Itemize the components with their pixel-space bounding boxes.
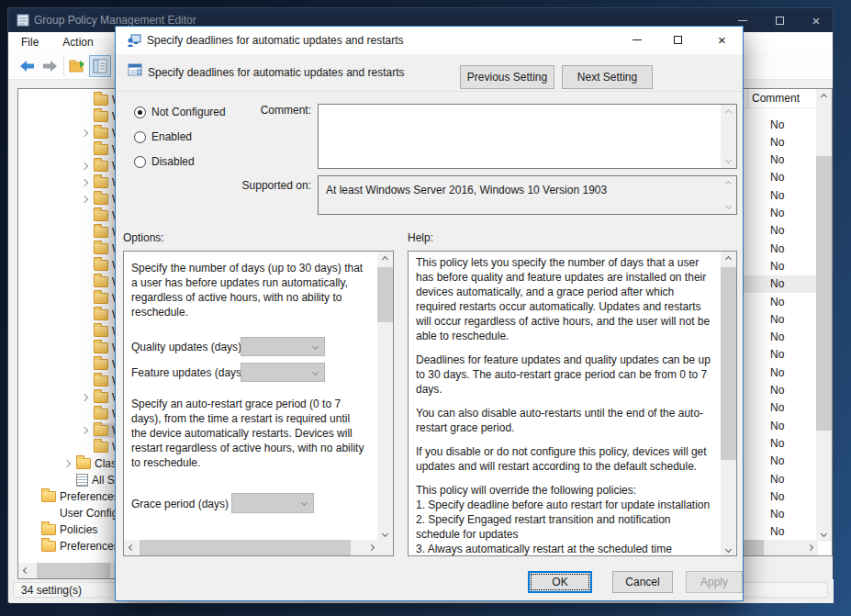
folder-icon bbox=[94, 161, 108, 172]
grace-period-text: Specify an auto-restart grace period (0 … bbox=[131, 397, 368, 470]
list-scroll-down-icon[interactable] bbox=[816, 526, 832, 542]
folder-icon bbox=[94, 227, 108, 238]
folder-icon bbox=[94, 144, 108, 155]
folder-icon bbox=[94, 309, 108, 320]
settings-icon bbox=[76, 474, 88, 487]
help-vscroll-thumb[interactable] bbox=[721, 267, 736, 460]
export-list-icon[interactable] bbox=[69, 59, 85, 73]
folder-icon bbox=[94, 392, 108, 403]
folder-icon bbox=[94, 260, 108, 271]
help-scroll-up-icon[interactable] bbox=[721, 252, 736, 267]
comment-scroll-up-icon[interactable] bbox=[721, 105, 736, 120]
dialog-close-button[interactable]: × bbox=[701, 27, 743, 53]
folder-icon bbox=[94, 442, 108, 453]
expand-chevron-icon[interactable] bbox=[81, 179, 88, 186]
dialog-header: Specify deadlines for automatic updates … bbox=[116, 54, 743, 92]
options-vscroll-thumb[interactable] bbox=[377, 267, 393, 322]
dialog-maximize-button[interactable] bbox=[657, 27, 699, 53]
radio-button-icon[interactable] bbox=[134, 156, 146, 168]
desktop: Group Policy Management Editor × File Ac… bbox=[0, 0, 851, 616]
show-console-tree-icon[interactable] bbox=[89, 55, 111, 77]
tree-item-label: Preferences bbox=[60, 540, 119, 553]
quality-updates-label: Quality updates (days): bbox=[131, 341, 244, 353]
help-label: Help: bbox=[408, 231, 433, 244]
back-icon[interactable] bbox=[19, 60, 36, 73]
tree-scroll-left-icon[interactable] bbox=[18, 563, 34, 578]
policy-setting-icon bbox=[128, 62, 142, 77]
folder-icon bbox=[94, 111, 108, 122]
help-paragraph: You can also disable auto-restarts until… bbox=[416, 406, 716, 435]
help-paragraph: This policy will override the following … bbox=[416, 483, 716, 556]
dialog-minimize-button[interactable] bbox=[616, 27, 657, 53]
folder-icon bbox=[94, 342, 108, 353]
supported-scroll-up-icon[interactable] bbox=[721, 176, 736, 192]
folder-icon bbox=[94, 243, 108, 254]
folder-icon bbox=[41, 524, 56, 535]
list-scroll-right-icon[interactable] bbox=[802, 540, 818, 555]
editor-close-button[interactable]: × bbox=[798, 8, 834, 32]
radio-button-icon[interactable] bbox=[134, 106, 146, 118]
help-scroll-down-icon[interactable] bbox=[721, 542, 736, 556]
folder-icon bbox=[41, 541, 56, 552]
folder-icon bbox=[41, 491, 56, 502]
menu-file[interactable]: File bbox=[12, 32, 48, 52]
supported-on-value: At least Windows Server 2016, Windows 10… bbox=[326, 184, 607, 196]
folder-icon bbox=[94, 95, 108, 106]
help-paragraph: Deadlines for feature updates and qualit… bbox=[416, 353, 716, 397]
comment-scroll-down-icon[interactable] bbox=[721, 152, 736, 168]
radio-enabled[interactable]: Enabled bbox=[134, 130, 226, 143]
quality-updates-dropdown[interactable] bbox=[241, 337, 325, 356]
expand-chevron-icon[interactable] bbox=[81, 196, 88, 203]
folder-icon bbox=[94, 293, 108, 304]
policy-setting-dialog: Specify deadlines for automatic updates … bbox=[115, 26, 744, 601]
list-vscroll-thumb[interactable] bbox=[816, 156, 832, 431]
folder-icon bbox=[94, 128, 108, 139]
options-scroll-up-icon[interactable] bbox=[377, 252, 393, 267]
supported-on-box: At least Windows Server 2016, Windows 10… bbox=[318, 175, 737, 215]
folder-icon bbox=[94, 359, 108, 370]
grace-period-label: Grace period (days) bbox=[131, 498, 229, 510]
folder-icon bbox=[94, 409, 108, 420]
apply-button[interactable]: Apply bbox=[686, 571, 743, 593]
folder-icon bbox=[94, 210, 108, 221]
status-settings-count: 34 setting(s) bbox=[21, 584, 82, 597]
options-hscroll-thumb[interactable] bbox=[140, 540, 351, 555]
comment-box bbox=[318, 104, 737, 169]
feature-updates-label: Feature updates (days): bbox=[131, 366, 248, 379]
expand-chevron-icon[interactable] bbox=[63, 460, 71, 467]
folder-icon bbox=[94, 326, 108, 337]
comment-input[interactable] bbox=[319, 105, 721, 168]
dialog-header-title: Specify deadlines for automatic updates … bbox=[148, 66, 405, 79]
gpedit-scroll-icon bbox=[16, 13, 30, 28]
radio-button-icon[interactable] bbox=[134, 131, 146, 143]
menu-action[interactable]: Action bbox=[53, 32, 102, 52]
options-scroll-left-icon[interactable] bbox=[124, 540, 140, 555]
previous-setting-button[interactable]: Previous Setting bbox=[460, 65, 554, 89]
editor-maximize-button[interactable] bbox=[761, 8, 798, 32]
expand-chevron-icon[interactable] bbox=[81, 394, 88, 401]
expand-chevron-icon[interactable] bbox=[81, 427, 88, 434]
folder-icon bbox=[94, 375, 108, 386]
tree-hscroll-thumb[interactable] bbox=[37, 563, 110, 578]
radio-disabled[interactable]: Disabled bbox=[134, 155, 226, 168]
options-panel: Specify the number of days (up to 30 day… bbox=[123, 251, 394, 556]
blank-icon bbox=[41, 508, 56, 519]
list-scroll-up-icon[interactable] bbox=[816, 89, 832, 105]
ok-button[interactable]: OK bbox=[528, 571, 592, 593]
dialog-title: Specify deadlines for automatic updates … bbox=[147, 34, 404, 47]
folder-icon bbox=[94, 177, 108, 188]
supported-scroll-down-icon[interactable] bbox=[721, 198, 736, 214]
radio-label: Enabled bbox=[151, 130, 192, 143]
help-panel: This policy lets you specify the number … bbox=[408, 251, 737, 556]
grace-period-dropdown[interactable] bbox=[231, 493, 314, 513]
folder-icon bbox=[94, 194, 108, 205]
forward-icon[interactable] bbox=[41, 60, 58, 73]
cancel-button[interactable]: Cancel bbox=[612, 571, 673, 593]
feature-updates-dropdown[interactable] bbox=[241, 363, 325, 382]
radio-group: Not ConfiguredEnabledDisabled bbox=[134, 106, 226, 180]
policy-user-monitor-icon bbox=[127, 33, 141, 48]
expand-chevron-icon[interactable] bbox=[81, 129, 88, 137]
expand-chevron-icon[interactable] bbox=[81, 162, 88, 170]
next-setting-button[interactable]: Next Setting bbox=[562, 65, 653, 89]
help-text: This policy lets you specify the number … bbox=[416, 255, 716, 556]
